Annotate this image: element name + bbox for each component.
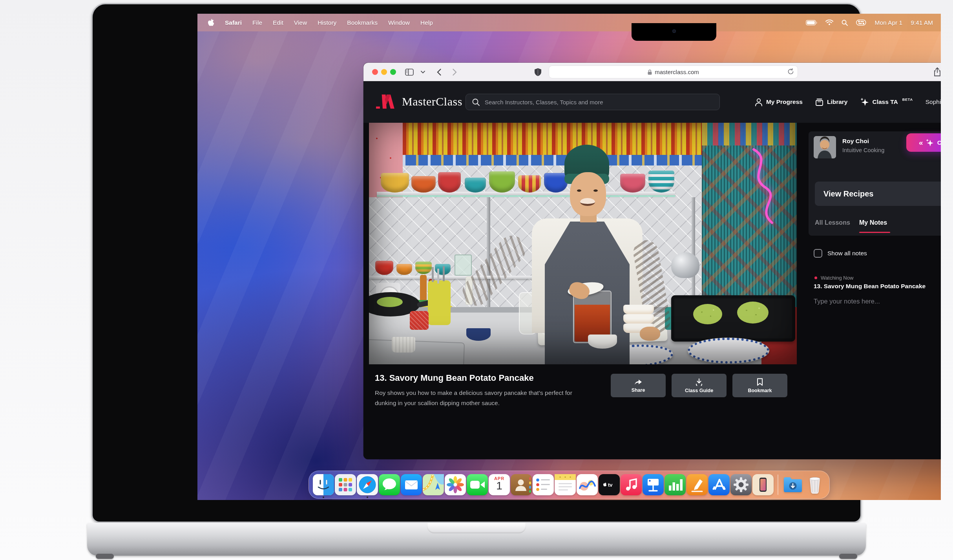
laptop-foot-left [96,554,114,559]
watching-now-dot [814,276,817,279]
nav-my-progress[interactable]: My Progress [755,98,803,106]
menu-safari[interactable]: Safari [225,19,242,26]
wifi-icon[interactable] [825,20,833,25]
dock-icon-safari[interactable] [357,474,378,495]
menu-window[interactable]: Window [388,19,410,26]
neon-sign [744,146,795,233]
tab-my-notes[interactable]: My Notes [859,219,887,226]
spotlight-search-icon[interactable] [842,20,848,26]
minimize-window-button[interactable] [381,69,387,75]
sparkle-icon [926,139,934,147]
dock-icon-reminders[interactable] [533,474,554,495]
dock-icon-photos[interactable] [445,474,466,495]
menubar-date[interactable]: Mon Apr 1 [874,19,902,26]
laptop-screen-shell: Safari File Edit View History Bookmarks … [91,3,862,523]
address-bar[interactable]: masterclass.com [549,65,798,78]
tv-glyph: tv [608,482,613,488]
view-recipes-button[interactable]: View Recipes → [815,182,941,206]
menu-help[interactable]: Help [420,19,433,26]
dock-icon-launchpad[interactable] [335,474,356,495]
watching-now-row: Watching Now [814,275,853,281]
beta-badge: BETA [902,98,913,102]
share-icon[interactable] [931,66,941,78]
lid-lift-notch [427,523,526,533]
dock-icon-notes[interactable] [555,474,576,495]
laptop-base [87,523,866,556]
safari-running-dot [367,496,368,498]
watching-now-label: Watching Now [821,275,853,281]
lock-icon [648,69,652,75]
forward-button[interactable] [449,66,460,78]
search-bar[interactable]: Search Instructors, Classes, Topics and … [466,94,720,110]
close-window-button[interactable] [372,69,378,75]
back-button[interactable] [433,66,444,78]
account-menu[interactable]: Sophie [926,94,941,110]
menu-edit[interactable]: Edit [273,19,283,26]
dock-icon-keynote[interactable] [643,474,664,495]
sidebar-chevron-icon[interactable] [419,66,427,78]
masterclass-page: MasterClass Search Instructors, Classes,… [363,81,941,459]
notes-input[interactable]: Type your notes here... [814,298,880,305]
masterclass-logo[interactable]: MasterClass [376,94,462,109]
menu-bookmarks[interactable]: Bookmarks [347,19,378,26]
dock-icon-facetime[interactable] [467,474,488,495]
battery-icon[interactable] [806,20,817,25]
nav-library[interactable]: Library [815,98,848,106]
dock-icon-calendar[interactable]: APR1 [489,474,510,495]
zoom-window-button[interactable] [390,69,396,75]
menubar-time[interactable]: 9:41 AM [911,19,933,26]
menu-bar: Safari File Edit View History Bookmarks … [197,14,941,31]
url-text: masterclass.com [655,69,699,75]
dock-icon-downloads[interactable] [782,474,803,495]
dock-icon-trash[interactable] [804,474,825,495]
lesson-description: Roy shows you how to make a delicious sa… [375,388,587,408]
dock-icon-numbers[interactable] [665,474,686,495]
lesson-video[interactable] [369,123,797,364]
class-ta-toggle-button[interactable]: « Class TA [906,133,941,152]
search-placeholder: Search Instructors, Classes, Topics and … [485,99,603,105]
instructor-name: Roy Choi [842,138,869,145]
finder-running-dot [323,496,324,498]
sidebar-toggle-icon[interactable] [403,66,416,78]
dock-icon-contacts[interactable] [511,474,532,495]
class-guide-label: Class Guide [685,388,713,393]
dock-icon-app-store[interactable] [708,474,730,495]
privacy-shield-icon[interactable] [532,66,543,78]
dock-icon-messages[interactable] [379,474,400,495]
bookmark-button[interactable]: Bookmark [732,374,787,397]
dock-icon-pages[interactable] [686,474,708,495]
dock-icon-maps[interactable] [423,474,444,495]
control-center-icon[interactable] [856,20,866,25]
reload-icon[interactable] [788,68,794,76]
desktop-wallpaper: Safari File Edit View History Bookmarks … [197,14,941,500]
apple-menu-icon[interactable] [208,19,214,27]
active-tab-underline [859,232,890,233]
camera [672,29,676,33]
show-all-notes-checkbox[interactable] [814,249,822,258]
dock-icon-iphone-mirroring[interactable] [752,474,774,495]
tab-all-lessons[interactable]: All Lessons [815,219,850,226]
show-all-notes-label: Show all notes [827,250,867,257]
dock-icon-music[interactable] [621,474,642,495]
dock-icon-finder[interactable] [313,474,334,495]
safari-window: masterclass.com [363,63,941,459]
class-guide-button[interactable]: Class Guide [672,374,727,397]
dock: APR1 tv [309,471,830,499]
masterclass-wordmark: MasterClass [402,95,462,108]
laptop-foot-right [839,554,857,559]
person-icon [755,98,763,106]
menu-history[interactable]: History [318,19,336,26]
download-icon [695,378,703,386]
library-icon [815,98,823,106]
dock-icon-system-settings[interactable] [730,474,752,495]
dock-icon-freeform[interactable] [577,474,598,495]
dock-separator [778,475,778,495]
share-button[interactable]: Share [611,374,666,397]
view-recipes-label: View Recipes [823,189,873,198]
nav-class-ta[interactable]: Class TA BETA [860,98,913,106]
dock-icon-tv[interactable]: tv [599,474,620,495]
menu-view[interactable]: View [294,19,307,26]
menu-file[interactable]: File [252,19,262,26]
lesson-title: 13. Savory Mung Bean Potato Pancake [375,373,534,383]
dock-icon-mail[interactable] [401,474,422,495]
